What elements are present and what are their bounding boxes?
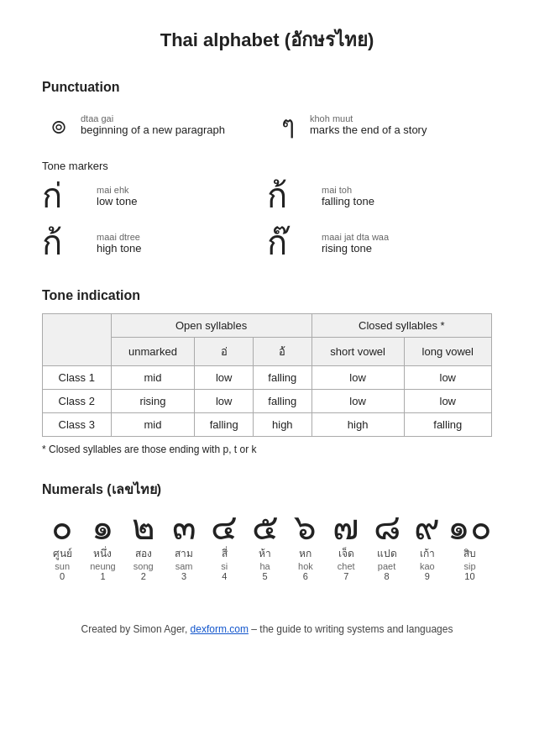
numeral-thai-name-2: สอง [123,545,164,561]
tone-right-1: ก๊maai jat dta waarising tone [267,226,492,260]
tone-cell-2-5: falling [404,413,491,437]
numeral-item-7: ๗เจ็ดchet7 [326,510,366,581]
tone-table-row: Class 1midlowfallinglowlow [43,366,492,390]
tone-romanization-right-1: maai jat dta waa [322,232,389,242]
col-header-open: Open syllables [111,314,312,338]
numeral-symbol-10: ๑๐ [448,510,492,545]
numeral-latin-9: kao [407,561,448,571]
numeral-number-0: 0 [42,571,82,581]
numeral-symbol-5: ๕ [244,510,285,545]
tone-indication-section: Tone indication Open syllables Closed sy… [42,288,492,455]
tone-markers-block: Tone markers ก่mai ehklow toneก้mai tohf… [42,160,492,265]
numeral-thai-name-10: สิบ [448,545,492,561]
tone-cell-1-5: low [404,390,491,413]
tone-cell-2-4: high [312,413,404,437]
numeral-symbol-8: ๘ [366,510,406,545]
numeral-item-3: ๓สามsam3 [164,510,204,581]
tone-romanization-left-1: maai dtree [97,232,142,242]
tone-cell-0-2: low [195,366,254,390]
tone-cell-1-2: low [195,390,254,413]
tone-right-0: ก้mai tohfalling tone [267,179,492,213]
page-title: Thai alphabet (อักษรไทย) [42,25,492,55]
tone-cell-1-0: Class 2 [43,390,112,413]
numeral-symbol-2: ๒ [123,510,164,545]
numeral-number-9: 9 [407,571,448,581]
col-header-3: short vowel [312,338,404,366]
tone-cell-0-5: low [404,366,491,390]
numeral-number-4: 4 [204,571,244,581]
col-header-0: unmarked [111,338,195,366]
tone-left-0: ก่mai ehklow tone [42,179,267,213]
numeral-symbol-6: ๖ [285,510,326,545]
numeral-item-2: ๒สองsong2 [123,510,164,581]
punctuation-main-row: ๏ dtaa gai beginning of a new paragraph … [42,105,492,144]
punct-sublabel-1: dtaa gai [81,113,225,123]
tone-char-left-1: ก้ [42,226,88,260]
numeral-symbol-7: ๗ [326,510,366,545]
punct-symbol-2: ๆ [271,105,305,144]
footer-link[interactable]: dexform.com [191,623,249,635]
numeral-thai-name-3: สาม [164,545,204,561]
numeral-latin-4: si [204,561,244,571]
tone-cell-0-3: falling [254,366,312,390]
tone-desc-left-1: high tone [97,242,142,255]
numeral-latin-2: song [123,561,164,571]
tone-table-row: Class 2risinglowfallinglowlow [43,390,492,413]
tone-cell-2-2: falling [195,413,254,437]
tone-char-right-0: ก้ [267,179,313,213]
numeral-number-8: 8 [366,571,406,581]
numeral-symbol-3: ๓ [164,510,204,545]
numeral-latin-0: sun [42,561,82,571]
numeral-number-5: 5 [244,571,285,581]
numeral-number-2: 2 [123,571,164,581]
col-header-1: อ่ [195,338,254,366]
numeral-thai-name-5: ห้า [244,545,285,561]
numerals-title: Numerals (เลขไทย) [42,479,492,500]
tone-left-1: ก้maai dtreehigh tone [42,226,267,260]
numeral-number-1: 1 [82,571,123,581]
tone-cell-2-1: mid [111,413,195,437]
tone-char-right-1: ก๊ [267,226,313,260]
numeral-item-8: ๘แปดpaet8 [366,510,406,581]
tone-cell-2-0: Class 3 [43,413,112,437]
tone-romanization-right-0: mai toh [322,185,374,195]
tone-char-left-0: ก่ [42,179,88,213]
punct-symbol-1: ๏ [42,105,76,144]
footer: Created by Simon Ager, dexform.com – the… [42,615,492,635]
numeral-thai-name-7: เจ็ด [326,545,366,561]
numeral-symbol-0: ๐ [42,510,82,545]
tone-cell-0-4: low [312,366,404,390]
tone-cell-1-1: rising [111,390,195,413]
tone-cell-0-0: Class 1 [43,366,112,390]
tone-romanization-left-0: mai ehk [97,185,137,195]
tone-note: * Closed syllables are those ending with… [42,444,492,455]
numeral-item-1: ๑หนึ่งneung1 [82,510,123,581]
col-header-2: อ้ [254,338,312,366]
numeral-latin-1: neung [82,561,123,571]
col-header-4: long vowel [404,338,491,366]
punctuation-title: Punctuation [42,80,492,95]
numeral-latin-8: paet [366,561,406,571]
numeral-symbol-1: ๑ [82,510,123,545]
footer-text: Created by Simon Ager, [81,623,191,635]
numeral-latin-3: sam [164,561,204,571]
numeral-number-3: 3 [164,571,204,581]
tone-cell-1-4: low [312,390,404,413]
numeral-thai-name-4: สี่ [204,545,244,561]
numeral-thai-name-0: ศูนย์ [42,545,82,561]
numeral-number-7: 7 [326,571,366,581]
numeral-latin-10: sip [448,561,492,571]
tone-marker-row-0: ก่mai ehklow toneก้mai tohfalling tone [42,179,492,213]
tone-pairs: ก่mai ehklow toneก้mai tohfalling toneก้… [42,179,492,265]
tone-table-row: Class 3midfallinghighhighfalling [43,413,492,437]
punctuation-section: Punctuation ๏ dtaa gai beginning of a ne… [42,80,492,265]
numeral-symbol-9: ๙ [407,510,448,545]
tone-marker-row-1: ก้maai dtreehigh toneก๊maai jat dta waar… [42,226,492,260]
punct-item-2: ๆ khoh muut marks the end of a story [271,105,492,144]
numeral-row: ๐ศูนย์sun0๑หนึ่งneung1๒สองsong2๓สามsam3๔… [42,510,492,581]
punct-sublabel-2: khoh muut [310,113,427,123]
numerals-section: Numerals (เลขไทย) ๐ศูนย์sun0๑หนึ่งneung1… [42,479,492,581]
numeral-item-5: ๕ห้าha5 [244,510,285,581]
numeral-item-6: ๖หกhok6 [285,510,326,581]
punct-desc-1: beginning of a new paragraph [81,123,225,136]
